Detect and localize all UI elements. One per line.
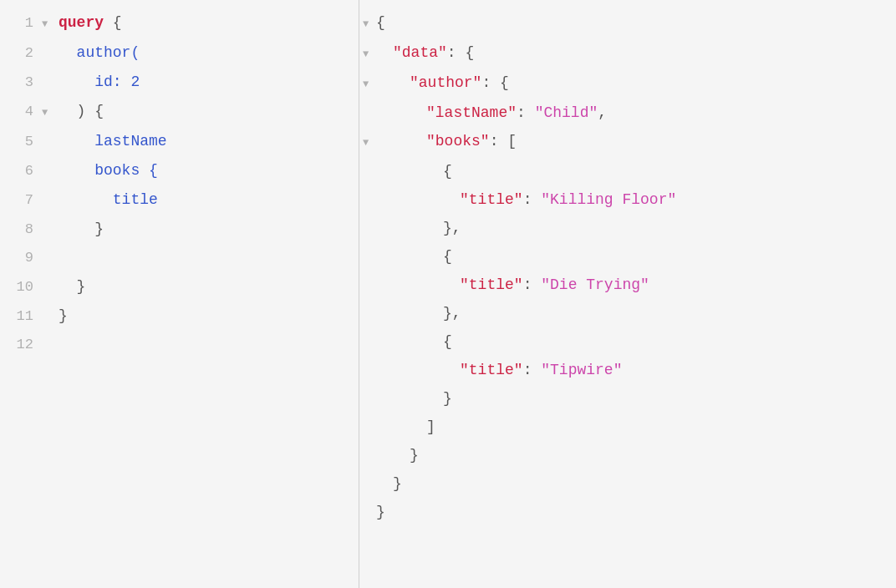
result-line: ▼{: [359, 8, 896, 38]
result-line: }: [359, 384, 896, 413]
result-line: }: [359, 469, 896, 498]
result-line-content: ]: [376, 413, 435, 441]
result-line-content: {: [376, 8, 385, 37]
editor-line: 3 id: 2: [0, 68, 359, 97]
line-number: 9: [0, 244, 42, 272]
line-content: query {: [55, 8, 122, 37]
fold-triangle[interactable]: ▼: [42, 99, 55, 127]
result-line: }: [359, 498, 896, 526]
result-line-content: }: [376, 441, 419, 469]
editor-line: 8 }: [0, 215, 359, 244]
result-line-content: {: [376, 242, 452, 271]
result-line: }: [359, 441, 896, 469]
result-line: ]: [359, 413, 896, 441]
line-content: title: [55, 185, 158, 214]
editor-line: 5 lastName: [0, 127, 359, 156]
result-line: ▼"books": [: [359, 127, 896, 157]
line-number: 6: [0, 157, 42, 185]
line-content: author(: [55, 38, 140, 67]
editor-line: 1▼query {: [0, 8, 359, 38]
result-line: {: [359, 327, 896, 356]
line-number: 8: [0, 215, 42, 244]
result-code-area: ▼{▼"data": {▼"author": {"lastName": "Chi…: [359, 0, 896, 588]
editor-line: 9: [0, 244, 359, 272]
line-content: }: [55, 272, 85, 301]
result-line-content: }: [376, 498, 385, 526]
result-fold-triangle[interactable]: ▼: [359, 129, 376, 157]
line-number: 1: [0, 9, 42, 38]
result-line-content: "title": "Die Trying": [376, 271, 649, 299]
result-fold-triangle[interactable]: ▼: [359, 70, 376, 99]
result-line-content: "title": "Tipwire": [376, 356, 622, 384]
editor-line: 6 books {: [0, 156, 359, 185]
result-fold-triangle[interactable]: ▼: [359, 10, 376, 38]
editor-line: 12: [0, 331, 359, 359]
result-line: "title": "Die Trying": [359, 271, 896, 299]
line-number: 7: [0, 186, 42, 215]
editor-line: 2 author(: [0, 38, 359, 68]
result-line: "title": "Killing Floor": [359, 185, 896, 214]
editor-panel: 1▼query {2 author(3 id: 24▼ ) {5 lastNam…: [0, 0, 359, 588]
result-line-content: },: [376, 214, 461, 242]
editor-line: 11}: [0, 302, 359, 331]
result-line-content: "author": {: [376, 68, 509, 97]
line-number: 3: [0, 68, 42, 97]
line-number: 10: [0, 273, 42, 302]
result-line: ▼"data": {: [359, 38, 896, 68]
editor-code-area[interactable]: 1▼query {2 author(3 id: 24▼ ) {5 lastNam…: [0, 0, 359, 588]
line-number: 5: [0, 128, 42, 156]
line-content: ) {: [55, 97, 104, 125]
line-number: 11: [0, 302, 42, 331]
line-content: books {: [55, 156, 158, 185]
result-panel: ▼{▼"data": {▼"author": {"lastName": "Chi…: [359, 0, 896, 588]
line-number: 12: [0, 331, 42, 359]
result-line-content: "title": "Killing Floor": [376, 185, 676, 214]
line-number: 4: [0, 98, 42, 126]
result-line-content: "lastName": "Child",: [376, 99, 607, 127]
line-content: }: [55, 302, 68, 330]
editor-line: 4▼ ) {: [0, 97, 359, 127]
result-line-content: {: [376, 327, 452, 356]
result-line: "title": "Tipwire": [359, 356, 896, 384]
result-line: "lastName": "Child",: [359, 99, 896, 127]
editor-line: 7 title: [0, 185, 359, 215]
line-content: lastName: [55, 127, 167, 155]
result-line-content: }: [376, 469, 402, 498]
editor-line: 10 }: [0, 272, 359, 302]
result-line: {: [359, 242, 896, 271]
result-line-content: "data": {: [376, 38, 474, 67]
line-number: 2: [0, 39, 42, 68]
result-line-content: {: [376, 157, 452, 185]
line-content: }: [55, 215, 104, 243]
result-line: },: [359, 299, 896, 327]
result-line-content: "books": [: [376, 127, 517, 155]
result-line: },: [359, 214, 896, 242]
result-line: ▼"author": {: [359, 68, 896, 99]
line-content: id: 2: [55, 68, 140, 96]
result-line-content: }: [376, 384, 452, 413]
result-fold-triangle[interactable]: ▼: [359, 40, 376, 68]
result-line-content: },: [376, 299, 461, 327]
fold-triangle[interactable]: ▼: [42, 10, 55, 38]
result-line: {: [359, 157, 896, 185]
